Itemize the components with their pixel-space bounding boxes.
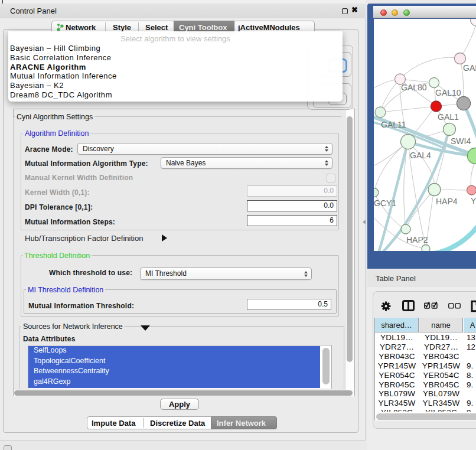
svg-text:GAL4: GAL4 [410, 151, 431, 160]
svg-text:GCY1: GCY1 [374, 198, 396, 208]
svg-text:GAL1: GAL1 [438, 112, 459, 122]
svg-text:GAL2: GAL2 [463, 63, 476, 73]
svg-text:GAL10: GAL10 [435, 88, 461, 97]
svg-text:HAP4: HAP4 [436, 197, 458, 206]
svg-text:HAP2: HAP2 [406, 235, 428, 244]
svg-text:SWI4: SWI4 [451, 136, 471, 146]
svg-text:GAL80: GAL80 [401, 83, 427, 92]
svg-text:YB: YB [471, 196, 476, 206]
svg-text:GAL11: GAL11 [381, 120, 406, 129]
